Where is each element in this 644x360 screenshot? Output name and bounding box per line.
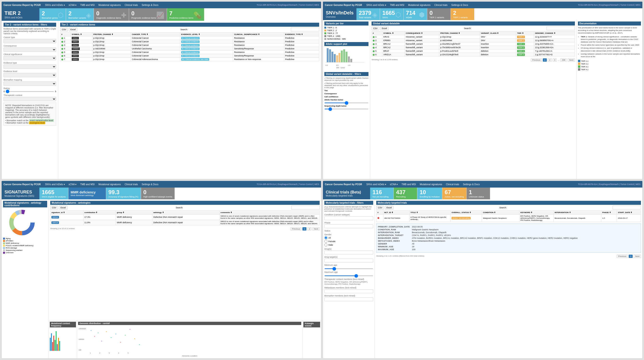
nav-snvindels-tr[interactable]: SNVs and InDels — [365, 3, 388, 7]
nav-mut-tr[interactable]: Mutational signatures — [407, 3, 432, 7]
gender-male-radio[interactable] — [324, 243, 328, 246]
nav-scna-tl[interactable]: sCNA — [67, 3, 78, 7]
ct-phase-input[interactable] — [324, 224, 373, 228]
nav-scna-bl[interactable]: sCNA — [67, 183, 78, 186]
table-header-tl: Tier 2 - variant evidence items — [60, 23, 319, 27]
tl-protein-5: p.Gly13Asp — [92, 51, 131, 54]
allele-slider[interactable] — [324, 103, 368, 103]
ct-drugs-input[interactable] — [324, 251, 373, 254]
nav-settings-bl[interactable]: Settings & Docs — [140, 183, 160, 186]
stat-label-unknown: Unknown status — [469, 196, 484, 198]
nav-mut-br[interactable]: Mutational signatures — [418, 183, 444, 186]
detail-val-max-age: 100 — [412, 248, 416, 251]
tr-symbol-2: ERBB3 — [382, 39, 405, 42]
ct-drug-targets-input[interactable] — [324, 259, 373, 262]
filter-cancer-select[interactable] — [4, 39, 56, 43]
search-input-tr[interactable] — [546, 27, 575, 30]
tl-protein-4: p.Val104Met — [92, 47, 131, 51]
svg-rect-10 — [350, 59, 352, 62]
stat-label-active: Active, not recruiting — [445, 196, 464, 198]
ct-min-age-slider[interactable] — [324, 268, 373, 269]
filter-therapeutic-select[interactable] — [4, 97, 56, 101]
diagnostic-icon: ✚ — [121, 11, 126, 19]
sig-id-1: SB544 — [52, 216, 59, 219]
nav-scna-br[interactable]: sCNA — [388, 183, 399, 186]
filter-evtype-select[interactable] — [4, 65, 56, 69]
csv-btn-br[interactable]: CSV — [376, 206, 384, 210]
ct-biomarker-input[interactable] — [324, 297, 373, 301]
tr-num-5: 5 — [372, 49, 382, 53]
sig-title: SIGNATURES — [4, 190, 36, 195]
documentation-list: TIER 1: Variants of strong clinical sign… — [578, 36, 641, 58]
prev-btn-tr[interactable]: Previous — [531, 58, 542, 62]
stat-snvs: 1665 SNVs ⬡ — [380, 8, 404, 20]
search-input-tl[interactable] — [291, 28, 319, 31]
gender-female-radio[interactable] — [324, 240, 328, 243]
tl-cancer-5: Colorectal Cancer — [131, 51, 180, 54]
csv-btn-tr[interactable]: CSV — [372, 27, 379, 30]
prev-btn-br[interactable]: Previous — [617, 255, 628, 258]
next-btn-tr[interactable]: Next — [568, 58, 575, 62]
nav-tmb-br[interactable]: TMB and MSI — [400, 183, 417, 186]
nav-snvindels-bl[interactable]: SNVs and InDels — [44, 183, 66, 186]
tl-cancer-1: Colorectal Cancer — [131, 36, 180, 40]
filter-biomarker-select[interactable] — [4, 82, 56, 86]
page1-btn-br[interactable]: 1 — [629, 255, 633, 258]
nav-settings-tl[interactable]: Settings & Docs — [140, 3, 160, 7]
page2-btn-bl[interactable]: 2 — [307, 227, 312, 231]
nav-tmb-tr[interactable]: TMB and MSI — [388, 3, 406, 7]
nav-clinical-tl[interactable]: Clinical trials — [123, 3, 139, 7]
tr-tier-1: TIER 2 — [516, 35, 534, 39]
gender-all-radio[interactable] — [324, 236, 328, 239]
excel-btn-tr[interactable]: Excel — [380, 27, 389, 30]
tr-symbol-3: BRCA2 — [382, 42, 405, 46]
nav-clinical-bl[interactable]: Clinical trials — [123, 183, 139, 186]
th-evidence: EVIDENCE_LEVEL ⬍ — [180, 33, 233, 36]
page2-btn-tr[interactable]: 2 — [548, 58, 552, 62]
next-btn-br[interactable]: Next — [634, 255, 641, 258]
ct-max-age-slider[interactable] — [324, 275, 373, 276]
nav-clinical-tr[interactable]: Clinical trials — [433, 3, 449, 7]
cth-keyword: KEYWORD ⬍ — [519, 211, 554, 215]
nav-snvindels-tl[interactable]: SNVs and InDels — [44, 3, 66, 7]
rating-slider[interactable] — [6, 91, 54, 92]
depth-slider[interactable] — [324, 109, 368, 109]
gender-female: Female — [324, 240, 373, 243]
nav-mut-bl[interactable]: Mutational signatures — [97, 183, 122, 186]
filter-consequence-select[interactable] — [4, 48, 56, 52]
sig-table-area: Mutational signatures - aetiologies CSV … — [49, 199, 321, 320]
page1-btn-tr[interactable]: 1 — [543, 58, 547, 62]
noncoding-label: NONCODING : 905 — [327, 38, 346, 40]
ct-metastases-input[interactable] — [324, 289, 373, 293]
excel-btn-br[interactable]: Excel — [385, 206, 394, 210]
excel-btn-tl[interactable]: Excel — [69, 28, 77, 31]
filter-evlevel-select[interactable] — [4, 73, 56, 77]
page3-btn-tr[interactable]: 3 — [553, 58, 557, 62]
nav-settings-br[interactable]: Settings & Docs — [462, 183, 481, 186]
filter-clinical-select[interactable] — [4, 56, 56, 60]
tier4-label: TIER 4 : 1395 — [327, 35, 340, 37]
prev-btn-bl[interactable]: Previous — [290, 227, 302, 231]
csv-btn-bl[interactable]: CSV — [50, 206, 58, 210]
nav-tmb-bl[interactable]: TMB and MSI — [79, 183, 96, 186]
legend-aging: Aging — [6, 237, 10, 240]
highlight-exon: exon/gene level — [29, 121, 45, 124]
search-input-br[interactable] — [613, 206, 641, 210]
ct-condition-input[interactable] — [324, 216, 373, 220]
page1-btn-bl[interactable]: 1 — [302, 227, 306, 231]
ct-showing: Showing 1 to 1 of 1 entries (filtered fr… — [376, 255, 424, 257]
next-btn-bl[interactable]: Next — [312, 227, 320, 231]
nav-clinical-br[interactable]: Clinical trials — [444, 183, 460, 186]
nav-settings-tr[interactable]: Settings & Docs — [450, 3, 470, 7]
sig-id-2: SB515 — [52, 221, 59, 224]
csv-btn-tl[interactable]: CSV — [60, 28, 68, 31]
nav-mut-tl[interactable]: Mutational signatures — [97, 3, 122, 7]
excel-btn-bl[interactable]: Excel — [59, 206, 68, 210]
search-input-bl[interactable] — [291, 206, 320, 210]
nav-snvindels-br[interactable]: SNVs and InDels — [365, 183, 388, 186]
page298-btn-tr[interactable]: 298 — [560, 58, 567, 62]
stat-num-pred: 7 — [169, 10, 194, 17]
nav-tmb-tl[interactable]: TMB and MSI — [79, 3, 96, 7]
stat-label-tier1: TIER 1 variants — [430, 16, 444, 19]
ct-row-1: 464 NCT02734004 A Phase I/II Study of HE… — [376, 215, 641, 222]
